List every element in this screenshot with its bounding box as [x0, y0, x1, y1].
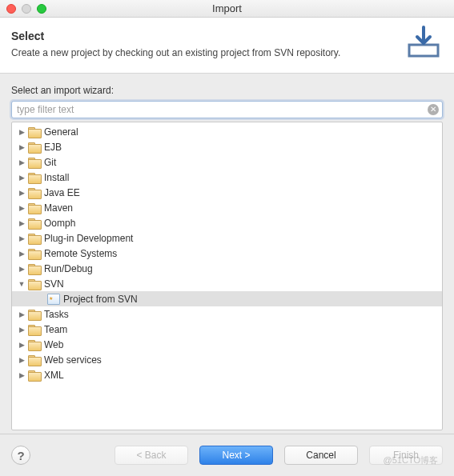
tree-item[interactable]: ▶XML: [12, 367, 442, 382]
tree-item-label: Git: [44, 157, 56, 168]
chevron-right-icon[interactable]: ▶: [17, 310, 26, 319]
tree-item[interactable]: ▶Web services: [12, 352, 442, 367]
chevron-right-icon[interactable]: ▶: [17, 218, 26, 228]
spacer: [36, 294, 46, 304]
chevron-right-icon[interactable]: ▶: [17, 127, 26, 137]
tree-item[interactable]: ▶Oomph: [12, 215, 442, 230]
chevron-right-icon[interactable]: ▶: [17, 325, 26, 334]
dialog-body: Select an import wizard: ✕ ▶General▶EJB▶…: [0, 74, 454, 434]
tree-item[interactable]: ▶Tasks: [12, 306, 442, 322]
tree-item-label: Project from SVN: [63, 294, 138, 305]
page-description: Create a new project by checking out an …: [11, 47, 340, 58]
tree-item-label: Team: [44, 324, 67, 335]
tree-item-label: Web: [44, 339, 63, 350]
tree-item-label: EJB: [44, 142, 62, 153]
tree-item[interactable]: ▶EJB: [12, 139, 442, 154]
tree-item-label: General: [44, 126, 78, 138]
chevron-right-icon[interactable]: ▶: [17, 340, 26, 350]
tree-item[interactable]: Project from SVN: [12, 291, 442, 306]
title-bar: Import: [0, 0, 454, 18]
tree-item[interactable]: ▶Git: [12, 154, 442, 170]
tree-item[interactable]: ▶Web: [12, 337, 442, 352]
chevron-right-icon[interactable]: ▶: [17, 188, 26, 198]
dialog-header: Select Create a new project by checking …: [0, 18, 454, 74]
chevron-right-icon[interactable]: ▶: [17, 142, 26, 152]
tree-item-label: Plug-in Development: [44, 233, 133, 244]
tree-item-label: SVN: [44, 278, 64, 290]
folder-icon: [28, 324, 41, 335]
tree-item-label: Install: [44, 172, 69, 183]
folder-icon: [28, 157, 41, 168]
tree-item[interactable]: ▶Plug-in Development: [12, 230, 442, 246]
tree-item-label: Web services: [44, 354, 102, 366]
tree-item-label: Remote Systems: [44, 248, 117, 259]
chevron-right-icon[interactable]: ▶: [17, 355, 26, 365]
tree-item[interactable]: ▶Run/Debug: [12, 261, 442, 276]
chevron-right-icon[interactable]: ▶: [17, 234, 26, 243]
next-button[interactable]: Next >: [199, 446, 273, 465]
finish-button: Finish: [369, 446, 443, 465]
dialog-footer: ? < Back Next > Cancel Finish: [0, 434, 454, 476]
project-icon: [47, 294, 60, 305]
folder-icon: [28, 278, 41, 290]
import-icon: [404, 26, 443, 62]
cancel-button[interactable]: Cancel: [284, 446, 358, 465]
tree-item-label: Java EE: [44, 187, 80, 198]
folder-icon: [28, 233, 41, 244]
filter-input[interactable]: [11, 101, 443, 118]
page-title: Select: [11, 30, 340, 42]
window-title: Import: [0, 2, 454, 14]
chevron-right-icon[interactable]: ▶: [17, 370, 26, 380]
chevron-right-icon[interactable]: ▶: [17, 203, 26, 213]
clear-filter-icon[interactable]: ✕: [428, 104, 439, 115]
tree-item-label: XML: [44, 370, 64, 381]
tree-item-label: Tasks: [44, 309, 69, 320]
wizard-label: Select an import wizard:: [11, 85, 443, 96]
folder-icon: [28, 202, 41, 214]
folder-icon: [28, 263, 41, 274]
folder-icon: [28, 218, 41, 229]
tree-item[interactable]: ▶Install: [12, 170, 442, 185]
tree-item-label: Maven: [44, 202, 73, 214]
folder-icon: [28, 126, 41, 138]
svg-rect-0: [409, 45, 438, 56]
chevron-right-icon[interactable]: ▶: [17, 173, 26, 182]
chevron-right-icon[interactable]: ▶: [17, 264, 26, 274]
folder-icon: [28, 142, 41, 153]
tree-item[interactable]: ▶Maven: [12, 200, 442, 215]
folder-icon: [28, 370, 41, 381]
tree-item[interactable]: ▶Team: [12, 322, 442, 337]
folder-icon: [28, 339, 41, 350]
back-button: < Back: [115, 446, 188, 465]
folder-icon: [28, 172, 41, 183]
folder-icon: [28, 248, 41, 259]
tree-item[interactable]: ▶General: [12, 124, 442, 139]
tree-item-label: Run/Debug: [44, 263, 93, 274]
chevron-right-icon[interactable]: ▶: [17, 249, 26, 258]
folder-icon: [28, 187, 41, 198]
tree-item[interactable]: ▶Java EE: [12, 185, 442, 200]
folder-icon: [28, 354, 41, 366]
chevron-right-icon[interactable]: ▶: [17, 158, 26, 167]
chevron-down-icon[interactable]: ▼: [17, 279, 26, 289]
wizard-tree[interactable]: ▶General▶EJB▶Git▶Install▶Java EE▶Maven▶O…: [11, 122, 443, 430]
help-button[interactable]: ?: [11, 446, 30, 465]
tree-item[interactable]: ▶Remote Systems: [12, 246, 442, 261]
tree-item[interactable]: ▼SVN: [12, 276, 442, 291]
tree-item-label: Oomph: [44, 218, 75, 229]
folder-icon: [28, 309, 41, 320]
